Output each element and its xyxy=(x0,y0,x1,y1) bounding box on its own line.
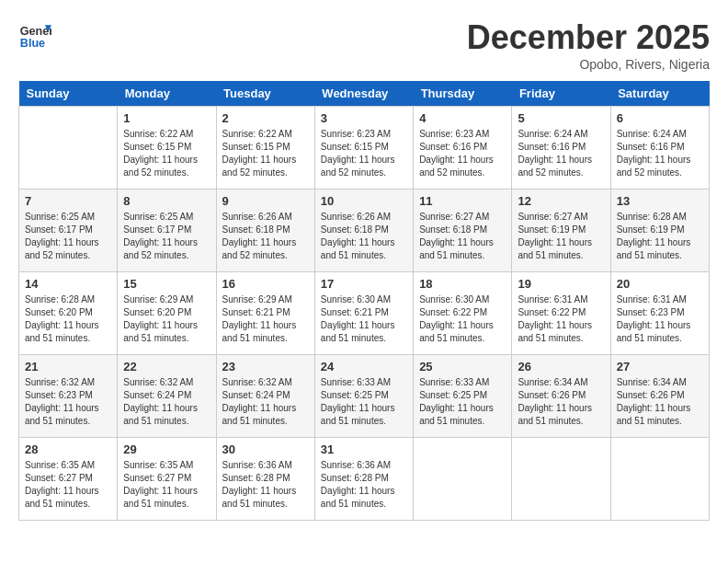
location-subtitle: Opobo, Rivers, Nigeria xyxy=(467,57,710,72)
day-number: 20 xyxy=(617,277,703,291)
calendar-cell: 18Sunrise: 6:30 AM Sunset: 6:22 PM Dayli… xyxy=(414,272,512,355)
calendar-cell: 8Sunrise: 6:25 AM Sunset: 6:17 PM Daylig… xyxy=(118,190,216,272)
logo-icon: General Blue xyxy=(18,18,51,52)
calendar-cell: 16Sunrise: 6:29 AM Sunset: 6:21 PM Dayli… xyxy=(216,272,314,355)
calendar-cell: 4Sunrise: 6:23 AM Sunset: 6:16 PM Daylig… xyxy=(414,107,512,190)
calendar-cell: 7Sunrise: 6:25 AM Sunset: 6:17 PM Daylig… xyxy=(19,190,118,272)
calendar-cell: 23Sunrise: 6:32 AM Sunset: 6:24 PM Dayli… xyxy=(216,355,314,438)
day-number: 11 xyxy=(419,194,506,208)
calendar-cell: 25Sunrise: 6:33 AM Sunset: 6:25 PM Dayli… xyxy=(414,355,512,438)
day-number: 26 xyxy=(518,360,604,373)
calendar-cell: 11Sunrise: 6:27 AM Sunset: 6:18 PM Dayli… xyxy=(414,190,512,272)
day-info: Sunrise: 6:23 AM Sunset: 6:16 PM Dayligh… xyxy=(419,128,506,179)
svg-text:Blue: Blue xyxy=(20,37,45,50)
day-info: Sunrise: 6:22 AM Sunset: 6:15 PM Dayligh… xyxy=(222,128,309,179)
day-info: Sunrise: 6:30 AM Sunset: 6:21 PM Dayligh… xyxy=(321,293,407,345)
day-number: 25 xyxy=(419,360,506,373)
day-number: 29 xyxy=(123,442,210,456)
weekday-header-monday: Monday xyxy=(118,81,216,107)
day-number: 21 xyxy=(25,360,111,373)
day-number: 7 xyxy=(25,194,111,208)
day-info: Sunrise: 6:31 AM Sunset: 6:23 PM Dayligh… xyxy=(617,293,703,345)
calendar-cell: 19Sunrise: 6:31 AM Sunset: 6:22 PM Dayli… xyxy=(512,272,610,355)
calendar-cell: 26Sunrise: 6:34 AM Sunset: 6:26 PM Dayli… xyxy=(512,355,610,438)
calendar-cell: 2Sunrise: 6:22 AM Sunset: 6:15 PM Daylig… xyxy=(216,107,314,190)
calendar-cell: 17Sunrise: 6:30 AM Sunset: 6:21 PM Dayli… xyxy=(314,272,413,355)
day-info: Sunrise: 6:35 AM Sunset: 6:27 PM Dayligh… xyxy=(123,459,210,511)
day-info: Sunrise: 6:32 AM Sunset: 6:24 PM Dayligh… xyxy=(222,376,309,428)
day-number: 27 xyxy=(617,360,703,373)
day-number: 31 xyxy=(321,442,407,456)
calendar-week-row: 21Sunrise: 6:32 AM Sunset: 6:23 PM Dayli… xyxy=(19,355,710,438)
calendar-cell: 14Sunrise: 6:28 AM Sunset: 6:20 PM Dayli… xyxy=(19,272,118,355)
calendar-cell: 3Sunrise: 6:23 AM Sunset: 6:15 PM Daylig… xyxy=(314,107,413,190)
day-info: Sunrise: 6:32 AM Sunset: 6:23 PM Dayligh… xyxy=(25,376,111,428)
day-info: Sunrise: 6:29 AM Sunset: 6:20 PM Dayligh… xyxy=(123,293,210,345)
weekday-header-thursday: Thursday xyxy=(414,81,512,107)
calendar-cell: 22Sunrise: 6:32 AM Sunset: 6:24 PM Dayli… xyxy=(118,355,216,438)
calendar-cell: 1Sunrise: 6:22 AM Sunset: 6:15 PM Daylig… xyxy=(118,107,216,190)
weekday-header-saturday: Saturday xyxy=(610,81,709,107)
day-info: Sunrise: 6:22 AM Sunset: 6:15 PM Dayligh… xyxy=(123,128,210,179)
day-number: 2 xyxy=(222,111,309,125)
day-number: 9 xyxy=(222,194,309,208)
day-number: 18 xyxy=(419,277,506,291)
day-info: Sunrise: 6:35 AM Sunset: 6:27 PM Dayligh… xyxy=(25,459,111,511)
day-info: Sunrise: 6:26 AM Sunset: 6:18 PM Dayligh… xyxy=(222,211,309,262)
calendar-body: 1Sunrise: 6:22 AM Sunset: 6:15 PM Daylig… xyxy=(19,107,710,521)
day-number: 14 xyxy=(25,277,111,291)
day-info: Sunrise: 6:30 AM Sunset: 6:22 PM Dayligh… xyxy=(419,293,506,345)
calendar-cell: 27Sunrise: 6:34 AM Sunset: 6:26 PM Dayli… xyxy=(610,355,709,438)
day-info: Sunrise: 6:31 AM Sunset: 6:22 PM Dayligh… xyxy=(518,293,604,345)
weekday-header-row: SundayMondayTuesdayWednesdayThursdayFrid… xyxy=(19,81,710,107)
day-number: 6 xyxy=(617,111,703,125)
day-number: 13 xyxy=(617,194,703,208)
day-info: Sunrise: 6:33 AM Sunset: 6:25 PM Dayligh… xyxy=(321,376,407,428)
logo: General Blue xyxy=(18,18,51,52)
day-info: Sunrise: 6:29 AM Sunset: 6:21 PM Dayligh… xyxy=(222,293,309,345)
page-header: General Blue December 2025 Opobo, Rivers… xyxy=(18,18,710,72)
calendar-header: SundayMondayTuesdayWednesdayThursdayFrid… xyxy=(19,81,710,107)
day-info: Sunrise: 6:34 AM Sunset: 6:26 PM Dayligh… xyxy=(617,376,703,428)
day-info: Sunrise: 6:36 AM Sunset: 6:28 PM Dayligh… xyxy=(222,459,309,511)
day-info: Sunrise: 6:23 AM Sunset: 6:15 PM Dayligh… xyxy=(321,128,407,179)
calendar-cell: 28Sunrise: 6:35 AM Sunset: 6:27 PM Dayli… xyxy=(19,438,118,521)
weekday-header-wednesday: Wednesday xyxy=(314,81,413,107)
day-number: 5 xyxy=(518,111,604,125)
day-number: 10 xyxy=(321,194,407,208)
calendar-cell: 5Sunrise: 6:24 AM Sunset: 6:16 PM Daylig… xyxy=(512,107,610,190)
day-info: Sunrise: 6:25 AM Sunset: 6:17 PM Dayligh… xyxy=(25,211,111,262)
day-info: Sunrise: 6:33 AM Sunset: 6:25 PM Dayligh… xyxy=(419,376,506,428)
day-number: 8 xyxy=(123,194,210,208)
day-info: Sunrise: 6:24 AM Sunset: 6:16 PM Dayligh… xyxy=(518,128,604,179)
calendar-cell xyxy=(610,438,709,521)
day-number: 4 xyxy=(419,111,506,125)
day-info: Sunrise: 6:34 AM Sunset: 6:26 PM Dayligh… xyxy=(518,376,604,428)
day-number: 22 xyxy=(123,360,210,373)
day-info: Sunrise: 6:25 AM Sunset: 6:17 PM Dayligh… xyxy=(123,211,210,262)
calendar-cell xyxy=(19,107,118,190)
day-info: Sunrise: 6:26 AM Sunset: 6:18 PM Dayligh… xyxy=(321,211,407,262)
day-info: Sunrise: 6:36 AM Sunset: 6:28 PM Dayligh… xyxy=(321,459,407,511)
calendar-cell: 10Sunrise: 6:26 AM Sunset: 6:18 PM Dayli… xyxy=(314,190,413,272)
calendar-week-row: 7Sunrise: 6:25 AM Sunset: 6:17 PM Daylig… xyxy=(19,190,710,272)
weekday-header-tuesday: Tuesday xyxy=(216,81,314,107)
day-number: 1 xyxy=(123,111,210,125)
calendar-cell xyxy=(414,438,512,521)
calendar-week-row: 14Sunrise: 6:28 AM Sunset: 6:20 PM Dayli… xyxy=(19,272,710,355)
day-number: 12 xyxy=(518,194,604,208)
day-number: 30 xyxy=(222,442,309,456)
calendar-cell: 6Sunrise: 6:24 AM Sunset: 6:16 PM Daylig… xyxy=(610,107,709,190)
calendar-cell: 13Sunrise: 6:28 AM Sunset: 6:19 PM Dayli… xyxy=(610,190,709,272)
day-info: Sunrise: 6:24 AM Sunset: 6:16 PM Dayligh… xyxy=(617,128,703,179)
month-title: December 2025 xyxy=(467,18,710,57)
day-info: Sunrise: 6:27 AM Sunset: 6:19 PM Dayligh… xyxy=(518,211,604,262)
calendar-cell: 24Sunrise: 6:33 AM Sunset: 6:25 PM Dayli… xyxy=(314,355,413,438)
calendar-cell: 29Sunrise: 6:35 AM Sunset: 6:27 PM Dayli… xyxy=(118,438,216,521)
calendar-cell: 15Sunrise: 6:29 AM Sunset: 6:20 PM Dayli… xyxy=(118,272,216,355)
day-number: 24 xyxy=(321,360,407,373)
day-info: Sunrise: 6:28 AM Sunset: 6:19 PM Dayligh… xyxy=(617,211,703,262)
day-number: 17 xyxy=(321,277,407,291)
calendar-cell: 12Sunrise: 6:27 AM Sunset: 6:19 PM Dayli… xyxy=(512,190,610,272)
weekday-header-friday: Friday xyxy=(512,81,610,107)
